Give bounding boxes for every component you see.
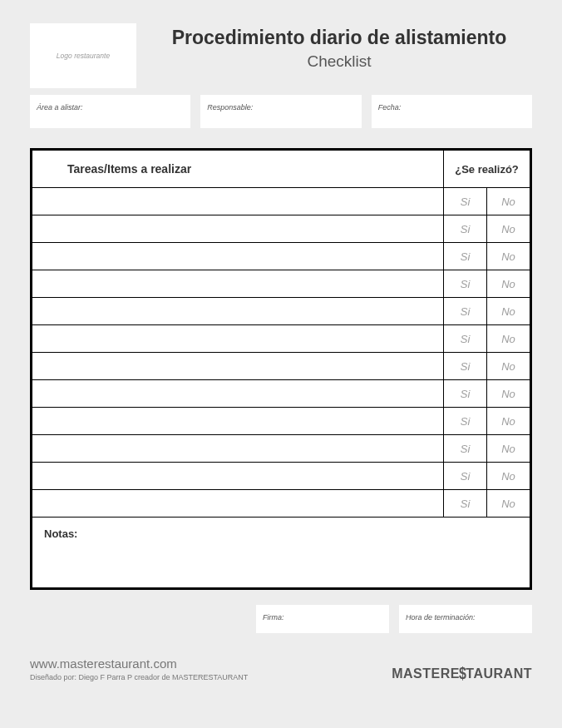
logo-placeholder-text: Logo restaurante — [57, 52, 110, 60]
table-row: SiNo — [32, 188, 530, 215]
table-row: SiNo — [32, 380, 530, 408]
field-signature[interactable]: Firma: — [256, 605, 389, 633]
yes-cell[interactable]: Si — [443, 243, 486, 270]
checklist-table: Tareas/Items a realizar ¿Se realizó? SiN… — [30, 148, 532, 590]
table-row: SiNo — [32, 243, 530, 270]
task-cell[interactable] — [32, 188, 443, 215]
brand-dollar-icon: $ — [459, 664, 466, 683]
brand-part-2: TAURANT — [466, 666, 532, 681]
task-cell[interactable] — [32, 325, 443, 352]
no-cell[interactable]: No — [486, 380, 530, 407]
title-block: Procedimiento diario de alistamiento Che… — [146, 23, 532, 71]
yes-cell[interactable]: Si — [443, 490, 486, 517]
table-row: SiNo — [32, 435, 530, 463]
no-cell[interactable]: No — [486, 270, 530, 297]
field-area[interactable]: Área a alistar: — [30, 95, 190, 128]
task-cell[interactable] — [32, 380, 443, 407]
page-title: Procedimiento diario de alistamiento — [146, 27, 532, 49]
yes-cell[interactable]: Si — [443, 298, 486, 324]
no-cell[interactable]: No — [486, 408, 530, 434]
field-responsible[interactable]: Responsable: — [200, 95, 361, 128]
task-cell[interactable] — [32, 463, 443, 489]
notes-label: Notas: — [44, 527, 77, 540]
field-area-label: Área a alistar: — [37, 103, 83, 111]
no-cell[interactable]: No — [486, 490, 530, 517]
yes-cell[interactable]: Si — [443, 353, 486, 379]
footer-credit: Diseñado por: Diego F Parra P creador de… — [30, 673, 248, 681]
table-row: SiNo — [32, 298, 530, 325]
field-date[interactable]: Fecha: — [372, 95, 532, 128]
table-header: Tareas/Items a realizar ¿Se realizó? — [32, 151, 530, 188]
signature-row: Firma: Hora de terminación: — [30, 605, 532, 633]
field-end-time-label: Hora de terminación: — [406, 613, 476, 622]
field-end-time[interactable]: Hora de terminación: — [399, 605, 532, 633]
brand-logo: MASTERE$TAURANT — [392, 666, 532, 681]
footer: www.masterestaurant.com Diseñado por: Di… — [30, 656, 532, 681]
top-fields: Área a alistar: Responsable: Fecha: — [30, 95, 532, 128]
table-row: SiNo — [32, 215, 530, 243]
brand-part-1: MASTERE — [392, 666, 460, 681]
yes-cell[interactable]: Si — [443, 325, 486, 352]
no-cell[interactable]: No — [486, 325, 530, 352]
no-cell[interactable]: No — [486, 353, 530, 379]
task-cell[interactable] — [32, 353, 443, 379]
no-cell[interactable]: No — [486, 463, 530, 489]
table-row: SiNo — [32, 490, 530, 518]
yes-cell[interactable]: Si — [443, 215, 486, 242]
yes-cell[interactable]: Si — [443, 270, 486, 297]
yes-cell[interactable]: Si — [443, 435, 486, 462]
no-cell[interactable]: No — [486, 215, 530, 242]
col-done-header: ¿Se realizó? — [443, 151, 530, 187]
yes-cell[interactable]: Si — [443, 408, 486, 434]
field-signature-label: Firma: — [263, 613, 284, 622]
notes-section[interactable]: Notas: — [32, 518, 530, 587]
col-tasks-header: Tareas/Items a realizar — [32, 151, 443, 187]
table-row: SiNo — [32, 325, 530, 353]
task-cell[interactable] — [32, 298, 443, 324]
yes-cell[interactable]: Si — [443, 188, 486, 215]
no-cell[interactable]: No — [486, 435, 530, 462]
task-cell[interactable] — [32, 270, 443, 297]
field-date-label: Fecha: — [378, 103, 402, 111]
task-cell[interactable] — [32, 243, 443, 270]
task-cell[interactable] — [32, 408, 443, 434]
task-cell[interactable] — [32, 435, 443, 462]
table-row: SiNo — [32, 270, 530, 298]
header-row: Logo restaurante Procedimiento diario de… — [30, 23, 532, 88]
footer-url: www.masterestaurant.com — [30, 656, 248, 671]
yes-cell[interactable]: Si — [443, 380, 486, 407]
yes-cell[interactable]: Si — [443, 463, 486, 489]
page-subtitle: Checklist — [146, 52, 532, 71]
table-row: SiNo — [32, 353, 530, 380]
logo-placeholder: Logo restaurante — [30, 23, 136, 88]
table-row: SiNo — [32, 463, 530, 490]
no-cell[interactable]: No — [486, 298, 530, 324]
task-cell[interactable] — [32, 490, 443, 517]
no-cell[interactable]: No — [486, 243, 530, 270]
field-responsible-label: Responsable: — [207, 103, 253, 111]
table-row: SiNo — [32, 408, 530, 435]
task-cell[interactable] — [32, 215, 443, 242]
footer-left: www.masterestaurant.com Diseñado por: Di… — [30, 656, 248, 681]
no-cell[interactable]: No — [486, 188, 530, 215]
